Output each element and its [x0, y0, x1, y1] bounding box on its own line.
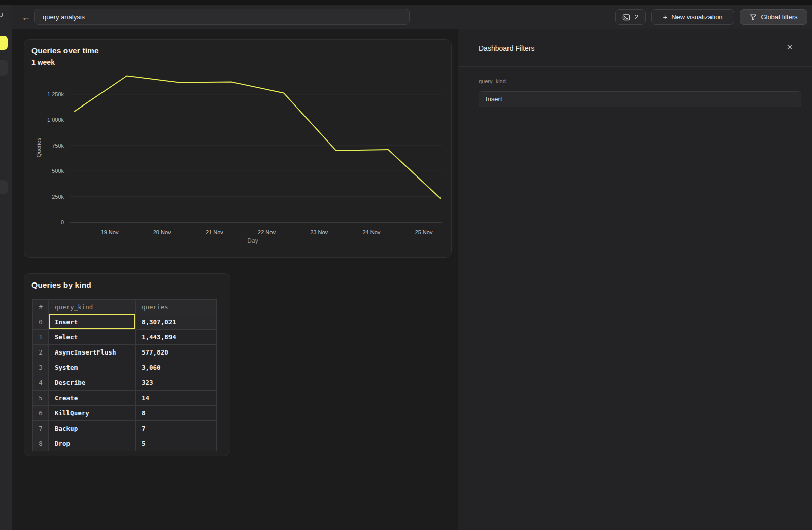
- row-index-cell: 5: [33, 391, 49, 406]
- new-visualization-label: New visualization: [671, 13, 722, 21]
- sidebar-item-active[interactable]: [0, 36, 8, 50]
- console-icon: [622, 13, 630, 21]
- table-row: 5Create14: [33, 391, 217, 406]
- svg-text:22 Nov: 22 Nov: [258, 229, 276, 235]
- svg-text:1 000k: 1 000k: [47, 117, 64, 123]
- queries-by-kind-card: Queries by kind # query_kind queries 0In…: [24, 273, 230, 456]
- svg-text:250k: 250k: [52, 194, 64, 200]
- query-kind-filter-input[interactable]: Insert: [479, 91, 801, 107]
- row-index-cell: 6: [33, 406, 49, 421]
- chart-subtitle: 1 week: [31, 58, 55, 66]
- row-index-cell: 3: [33, 360, 49, 375]
- table-title: Queries by kind: [31, 280, 91, 290]
- query-kind-cell[interactable]: System: [49, 360, 136, 375]
- window-top-strip: [0, 0, 812, 5]
- query-kind-cell[interactable]: Insert: [49, 314, 136, 330]
- queries-by-kind-table: # query_kind queries 0Insert8,307,0211Se…: [32, 299, 217, 451]
- table-row: 3System3,060: [33, 360, 217, 375]
- global-filters-button[interactable]: Global filters: [740, 9, 807, 25]
- svg-text:Day: Day: [247, 237, 258, 244]
- table-row: 6KillQuery8: [33, 406, 217, 421]
- row-index-cell: 0: [33, 314, 49, 330]
- table-row: 0Insert8,307,021: [33, 314, 217, 330]
- queries-value-cell[interactable]: 323: [136, 375, 217, 391]
- query-kind-cell[interactable]: Backup: [49, 421, 136, 436]
- filter-field-label: query_kind: [479, 78, 506, 84]
- console-count: 2: [634, 13, 638, 21]
- dashboard-filters-panel: Dashboard Filters ✕ query_kind Insert: [457, 29, 812, 530]
- query-kind-cell[interactable]: Create: [49, 391, 136, 406]
- queries-over-time-card: 0250k500k750k1 000k1 250k19 Nov20 Nov21 …: [24, 39, 452, 258]
- svg-text:21 Nov: 21 Nov: [206, 229, 223, 235]
- svg-text:24 Nov: 24 Nov: [362, 229, 380, 235]
- row-index-cell: 4: [33, 375, 49, 391]
- row-index-cell: 8: [33, 436, 49, 451]
- column-header-index: #: [33, 300, 49, 314]
- query-kind-cell[interactable]: Drop: [49, 436, 136, 451]
- svg-text:0: 0: [61, 219, 64, 225]
- queries-value-cell[interactable]: 8,307,021: [136, 314, 217, 330]
- filters-panel-title: Dashboard Filters: [479, 44, 535, 52]
- refresh-icon[interactable]: ↻: [0, 10, 4, 20]
- table-row: 1Select1,443,894: [33, 330, 217, 345]
- plus-icon: +: [663, 13, 667, 21]
- queries-value-cell[interactable]: 3,060: [136, 360, 217, 375]
- console-queries-button[interactable]: 2: [615, 9, 646, 25]
- column-header-query-kind: query_kind: [49, 300, 136, 314]
- sidebar-item[interactable]: [0, 60, 8, 76]
- table-row: 7Backup7: [33, 421, 217, 436]
- new-visualization-button[interactable]: + New visualization: [651, 9, 734, 25]
- dashboard-app: ↻ ← 2 + New visualization Global filters: [0, 0, 812, 530]
- svg-text:19 Nov: 19 Nov: [101, 229, 119, 235]
- queries-value-cell[interactable]: 8: [136, 406, 217, 421]
- sidebar-item[interactable]: [0, 180, 8, 194]
- svg-text:25 Nov: 25 Nov: [415, 229, 433, 235]
- back-arrow-icon[interactable]: ←: [19, 11, 32, 24]
- queries-over-time-chart[interactable]: 0250k500k750k1 000k1 250k19 Nov20 Nov21 …: [24, 40, 452, 258]
- table-row: 4Describe323: [33, 375, 217, 391]
- svg-text:750k: 750k: [52, 143, 64, 149]
- row-index-cell: 2: [33, 345, 49, 360]
- query-kind-cell[interactable]: Select: [49, 330, 136, 345]
- query-kind-cell[interactable]: Describe: [49, 375, 136, 391]
- global-filters-label: Global filters: [761, 13, 797, 21]
- queries-value-cell[interactable]: 577,820: [136, 345, 217, 360]
- svg-text:23 Nov: 23 Nov: [310, 229, 328, 235]
- svg-text:Queries: Queries: [36, 137, 42, 157]
- row-index-cell: 7: [33, 421, 49, 436]
- table-row: 8Drop5: [33, 436, 217, 451]
- queries-value-cell[interactable]: 5: [136, 436, 217, 451]
- close-icon[interactable]: ✕: [784, 42, 795, 53]
- row-index-cell: 1: [33, 330, 49, 345]
- table-header-row: # query_kind queries: [33, 300, 217, 314]
- chart-title: Queries over time: [31, 46, 99, 55]
- column-header-queries: queries: [136, 300, 217, 314]
- svg-text:20 Nov: 20 Nov: [153, 229, 171, 235]
- queries-value-cell[interactable]: 7: [136, 421, 217, 436]
- dashboard-title-input[interactable]: [34, 9, 410, 25]
- left-sidebar: ↻: [0, 5, 12, 530]
- queries-value-cell[interactable]: 14: [136, 391, 217, 406]
- svg-text:1 250k: 1 250k: [47, 91, 64, 97]
- top-bar: ← 2 + New visualization Global filters: [12, 5, 812, 29]
- panel-divider: [458, 66, 812, 67]
- funnel-icon: [750, 14, 757, 21]
- query-kind-cell[interactable]: KillQuery: [49, 406, 136, 421]
- table-row: 2AsyncInsertFlush577,820: [33, 345, 217, 360]
- queries-value-cell[interactable]: 1,443,894: [136, 330, 217, 345]
- query-kind-cell[interactable]: AsyncInsertFlush: [49, 345, 136, 360]
- svg-text:500k: 500k: [52, 168, 64, 174]
